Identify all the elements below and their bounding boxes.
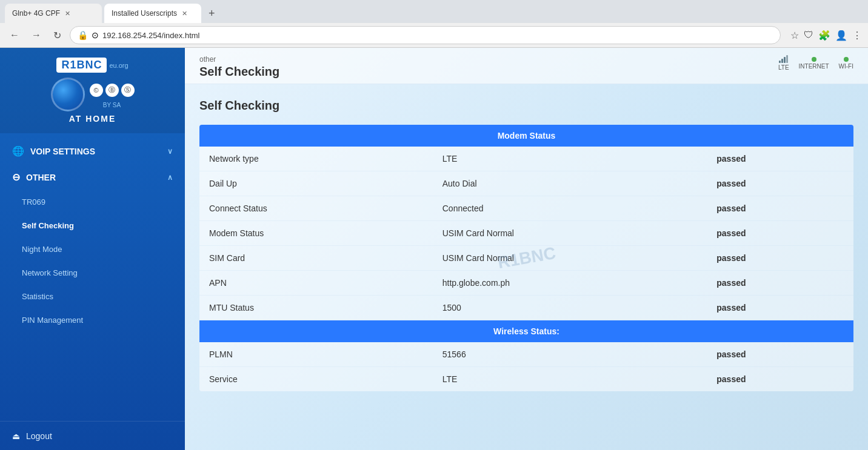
- row-value: USIM Card Normal: [433, 246, 707, 271]
- url-box[interactable]: 🔒 ⊙ 192.168.254.254/index.html: [70, 26, 781, 44]
- header-left: other Self Checking: [199, 55, 279, 79]
- logout-icon: ⏏: [12, 431, 20, 441]
- url-text: 192.168.254.254/index.html: [102, 31, 199, 40]
- row-status: passed: [707, 196, 853, 221]
- sa-icon: Ⓢ: [121, 84, 135, 97]
- table-row: Network type LTE passed: [199, 147, 853, 171]
- modem-status-header: Modem Status: [199, 125, 853, 147]
- voip-icon: 🌐: [12, 145, 24, 157]
- row-label: Service: [199, 367, 433, 392]
- row-status: passed: [707, 342, 853, 367]
- table-row: APN http.globe.com.ph passed: [199, 271, 853, 296]
- row-value: 1500: [433, 296, 707, 320]
- page-title: Self Checking: [199, 65, 279, 79]
- lte-status: LTE: [778, 55, 789, 71]
- logout-button[interactable]: ⏏ Logout: [0, 421, 185, 450]
- sidebar-item-voip-settings[interactable]: 🌐 Voip Settings ∨: [0, 138, 185, 164]
- tab-label-active: Installed Userscripts: [112, 9, 177, 18]
- row-value: USIM Card Normal: [433, 221, 707, 246]
- statistics-label: Statistics: [22, 292, 53, 301]
- cc-icon: ©: [90, 84, 103, 97]
- row-value: http.globe.com.ph: [433, 271, 707, 296]
- sidebar-item-statistics[interactable]: Statistics: [0, 285, 185, 308]
- logo-globe-icon: [51, 78, 85, 111]
- by-icon: Ⓑ: [105, 84, 119, 97]
- url-prefix: ⊙: [92, 30, 99, 40]
- row-label: Network type: [199, 147, 433, 171]
- row-status: passed: [707, 296, 853, 320]
- signal-bars-icon: [779, 55, 788, 63]
- row-status: passed: [707, 221, 853, 246]
- profile-icon[interactable]: 👤: [835, 30, 847, 41]
- brand-name: R1BNC: [56, 58, 107, 73]
- row-value: LTE: [433, 147, 707, 171]
- browser-chrome: Glnb+ 4G CPF ✕ Installed Userscripts ✕ +…: [0, 0, 868, 48]
- logout-label: Logout: [26, 431, 52, 441]
- internet-status: INTERNET: [799, 57, 829, 70]
- wireless-status-header-row: Wireless Status:: [199, 320, 853, 343]
- refresh-button[interactable]: ↻: [50, 28, 65, 42]
- other-icon: ⊖: [12, 171, 20, 183]
- row-status: passed: [707, 246, 853, 271]
- table-wrapper: R1BNC Modem Status Network type LTE pass…: [199, 125, 853, 391]
- check-table: Modem Status Network type LTE passed Dai…: [199, 125, 853, 391]
- modem-status-header-row: Modem Status: [199, 125, 853, 147]
- extensions-icon[interactable]: 🧩: [818, 30, 830, 41]
- shield-icon[interactable]: 🛡: [804, 30, 813, 41]
- star-icon[interactable]: ☆: [790, 30, 799, 41]
- content-header: other Self Checking LTE INTERNET: [185, 48, 868, 84]
- chevron-up-icon: ∧: [167, 173, 173, 182]
- network-setting-label: Network Setting: [22, 268, 78, 277]
- new-tab-button[interactable]: +: [204, 5, 220, 22]
- row-value: Connected: [433, 196, 707, 221]
- row-value: 51566: [433, 342, 707, 367]
- wifi-dot-icon: [844, 57, 849, 62]
- row-value: Auto Dial: [433, 171, 707, 196]
- menu-icon[interactable]: ⋮: [852, 30, 862, 41]
- night-mode-label: Night Mode: [22, 245, 62, 254]
- app-container: R1BNC eu.org © Ⓑ Ⓢ BY SA AT HOME: [0, 48, 868, 450]
- row-label: Modem Status: [199, 221, 433, 246]
- toolbar-icons: ☆ 🛡 🧩 👤 ⋮: [790, 30, 862, 41]
- forward-button[interactable]: →: [28, 28, 45, 42]
- row-label: MTU Status: [199, 296, 433, 320]
- at-home-label: AT HOME: [69, 114, 116, 124]
- chevron-down-icon: ∨: [167, 147, 173, 156]
- sidebar: R1BNC eu.org © Ⓑ Ⓢ BY SA AT HOME: [0, 48, 185, 450]
- back-button[interactable]: ←: [6, 28, 23, 42]
- table-row: PLMN 51566 passed: [199, 342, 853, 367]
- tab-userscripts[interactable]: Installed Userscripts ✕: [104, 4, 201, 23]
- pin-management-label: PIN Management: [22, 316, 83, 325]
- voip-label: Voip Settings: [30, 147, 95, 156]
- sidebar-item-self-checking[interactable]: Self Checking: [0, 214, 185, 237]
- security-icon: 🔒: [78, 30, 88, 40]
- breadcrumb: other: [199, 55, 279, 64]
- tab-glnb[interactable]: Glnb+ 4G CPF ✕: [5, 4, 102, 23]
- internet-label: INTERNET: [799, 63, 829, 70]
- tab-close-userscripts[interactable]: ✕: [182, 10, 187, 18]
- row-label: PLMN: [199, 342, 433, 367]
- table-row: SIM Card USIM Card Normal passed: [199, 246, 853, 271]
- table-row: MTU Status 1500 passed: [199, 296, 853, 320]
- sidebar-item-pin-management[interactable]: PIN Management: [0, 308, 185, 332]
- sidebar-item-network-setting[interactable]: Network Setting: [0, 261, 185, 285]
- brand-domain: eu.org: [109, 62, 128, 69]
- tab-close-glnb[interactable]: ✕: [65, 10, 70, 18]
- row-label: SIM Card: [199, 246, 433, 271]
- address-bar: ← → ↻ 🔒 ⊙ 192.168.254.254/index.html ☆ 🛡…: [0, 23, 868, 47]
- sidebar-item-night-mode[interactable]: Night Mode: [0, 237, 185, 261]
- wireless-status-header: Wireless Status:: [199, 320, 853, 343]
- sidebar-logo: R1BNC eu.org © Ⓑ Ⓢ BY SA AT HOME: [0, 48, 185, 133]
- cc-badges: © Ⓑ Ⓢ: [90, 84, 135, 97]
- row-label: Dail Up: [199, 171, 433, 196]
- row-status: passed: [707, 271, 853, 296]
- wifi-label: WI-FI: [839, 63, 853, 70]
- lte-label: LTE: [778, 64, 789, 71]
- section-title: Self Checking: [199, 99, 853, 113]
- other-label: OTHER: [26, 173, 56, 182]
- sidebar-item-other[interactable]: ⊖ OTHER ∧: [0, 164, 185, 190]
- main-content: other Self Checking LTE INTERNET: [185, 48, 868, 450]
- sidebar-item-tr069[interactable]: TR069: [0, 190, 185, 214]
- row-status: passed: [707, 147, 853, 171]
- self-checking-label: Self Checking: [22, 221, 74, 230]
